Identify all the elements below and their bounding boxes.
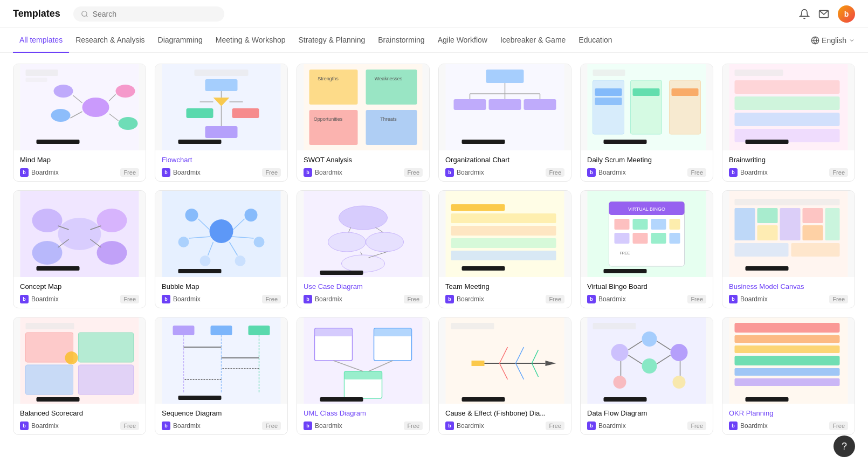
card-meta-sequence: bBoardmixFree	[162, 421, 281, 430]
brand-label: Boardmix	[740, 169, 768, 176]
svg-rect-33	[309, 110, 358, 145]
message-button[interactable]	[818, 9, 829, 19]
card-meta-orgchart: bBoardmixFree	[445, 168, 564, 177]
card-preview-meeting	[439, 191, 571, 277]
svg-point-180	[611, 344, 629, 361]
svg-rect-196	[735, 345, 840, 353]
card-brand-flowchart: bBoardmix	[162, 168, 201, 177]
mail-icon	[818, 9, 829, 19]
template-card-usecase[interactable]: Use Case DiagrambBoardmixFree	[297, 190, 430, 308]
template-card-mindmap[interactable]: Mind MapbBoardmixFree	[13, 64, 146, 182]
card-brand-brainwrite: bBoardmix	[729, 168, 768, 177]
template-card-concept[interactable]: Concept MapbBoardmixFree	[13, 190, 146, 308]
template-card-balanced[interactable]: Balanced ScorecardbBoardmixFree	[13, 317, 146, 435]
template-card-sequence[interactable]: Sequence DiagrambBoardmixFree	[155, 317, 288, 435]
language-selector[interactable]: English	[811, 36, 855, 45]
svg-rect-177	[462, 397, 505, 402]
card-meta-concept: bBoardmixFree	[20, 295, 139, 303]
card-title-flowchart: Flowchart	[162, 156, 281, 164]
card-meta-balanced: bBoardmixFree	[20, 421, 139, 430]
card-preview-mindmap	[13, 64, 146, 150]
svg-rect-195	[735, 335, 840, 343]
tab-brainstorming[interactable]: Brainstorming	[371, 28, 431, 53]
boardmix-icon: b	[162, 421, 170, 430]
svg-rect-131	[803, 225, 823, 240]
card-info-mindmap: Mind MapbBoardmixFree	[13, 150, 146, 181]
card-preview-uml	[297, 317, 429, 404]
card-info-swot: SWOT AnalysisbBoardmixFree	[297, 150, 429, 181]
card-title-usecase: Use Case Diagram	[304, 282, 423, 291]
svg-rect-58	[672, 88, 699, 96]
svg-rect-145	[173, 326, 195, 335]
tab-agile[interactable]: Agile Workflow	[431, 28, 494, 53]
tab-icebreaker[interactable]: Icebreaker & Game	[494, 28, 572, 53]
svg-rect-116	[651, 219, 666, 230]
free-badge: Free	[829, 421, 848, 430]
svg-rect-127	[757, 208, 778, 223]
card-preview-scrum	[581, 64, 713, 150]
card-brand-orgchart: bBoardmix	[445, 168, 484, 177]
svg-rect-77	[37, 266, 80, 271]
search-icon	[81, 10, 88, 18]
boardmix-icon: b	[729, 168, 738, 177]
brand-label: Boardmix	[740, 422, 768, 430]
svg-rect-49	[462, 140, 505, 144]
template-card-scrum[interactable]: Daily Scrum MeetingbBoardmixFree	[580, 64, 713, 182]
template-card-okr[interactable]: OKR PlanningbBoardmixFree	[722, 317, 855, 435]
template-card-uml[interactable]: UML Class DiagrambBoardmixFree	[297, 317, 430, 435]
svg-rect-62	[735, 80, 840, 94]
tab-all[interactable]: All templates	[13, 28, 69, 53]
svg-rect-146	[211, 326, 232, 335]
template-card-bmc[interactable]: Business Model CanvasbBoardmixFree	[722, 190, 855, 308]
svg-point-181	[642, 331, 657, 347]
svg-rect-135	[746, 266, 789, 271]
free-badge: Free	[546, 168, 564, 177]
svg-rect-5	[20, 64, 139, 150]
card-title-uml: UML Class Diagram	[304, 409, 423, 417]
svg-rect-59	[604, 140, 647, 144]
svg-rect-166	[446, 317, 564, 404]
svg-rect-134	[791, 243, 840, 257]
free-badge: Free	[120, 295, 139, 303]
brand-label: Boardmix	[173, 422, 201, 430]
svg-rect-162	[345, 371, 382, 379]
search-input[interactable]	[93, 10, 217, 18]
svg-rect-31	[309, 70, 358, 105]
tab-strategy[interactable]: Strategy & Planning	[292, 28, 372, 53]
svg-rect-63	[735, 96, 840, 110]
tab-diagramming[interactable]: Diagramming	[151, 28, 209, 53]
svg-point-182	[642, 358, 657, 374]
template-card-orgchart[interactable]: Organizational ChartbBoardmixFree	[438, 64, 571, 182]
free-badge: Free	[546, 295, 564, 303]
template-card-bubble[interactable]: Bubble MapbBoardmixFree	[155, 190, 288, 308]
card-brand-fishbone: bBoardmix	[445, 421, 484, 430]
svg-point-82	[178, 237, 189, 247]
search-box[interactable]	[73, 6, 224, 22]
template-card-fishbone[interactable]: Cause & Effect (Fishbone) Dia...bBoardmi…	[438, 317, 571, 435]
svg-point-85	[235, 255, 246, 266]
template-card-flowchart[interactable]: FlowchartbBoardmixFree	[155, 64, 288, 182]
card-info-orgchart: Organizational ChartbBoardmixFree	[439, 150, 571, 181]
template-card-swot[interactable]: Strengths Weaknesses Opportunities Threa…	[297, 64, 430, 182]
template-card-dataflow[interactable]: Data Flow DiagrambBoardmixFree	[580, 317, 713, 435]
template-card-brainwrite[interactable]: BrainwritingbBoardmixFree	[722, 64, 855, 182]
avatar[interactable]: b	[838, 5, 855, 23]
svg-rect-61	[735, 70, 783, 76]
svg-rect-104	[451, 204, 505, 211]
svg-rect-155	[178, 396, 222, 400]
card-meta-dataflow: bBoardmixFree	[587, 421, 706, 430]
svg-point-84	[200, 255, 211, 266]
boardmix-icon: b	[729, 421, 738, 430]
template-card-meeting[interactable]: Team MeetingbBoardmixFree	[438, 190, 571, 308]
svg-rect-129	[780, 208, 801, 240]
language-label: English	[822, 36, 846, 45]
tab-meeting[interactable]: Meeting & Workshop	[209, 28, 292, 53]
free-badge: Free	[262, 295, 281, 303]
notification-button[interactable]	[799, 9, 810, 19]
tab-education[interactable]: Education	[572, 28, 618, 53]
card-info-bmc: Business Model CanvasbBoardmixFree	[722, 277, 855, 308]
tab-research[interactable]: Research & Analysis	[69, 28, 151, 53]
svg-point-142	[65, 351, 78, 364]
card-title-balanced: Balanced Scorecard	[20, 409, 139, 417]
template-card-bingo[interactable]: VIRTUAL BINGO FREE Virtual Bingo BoardbB…	[580, 190, 713, 308]
